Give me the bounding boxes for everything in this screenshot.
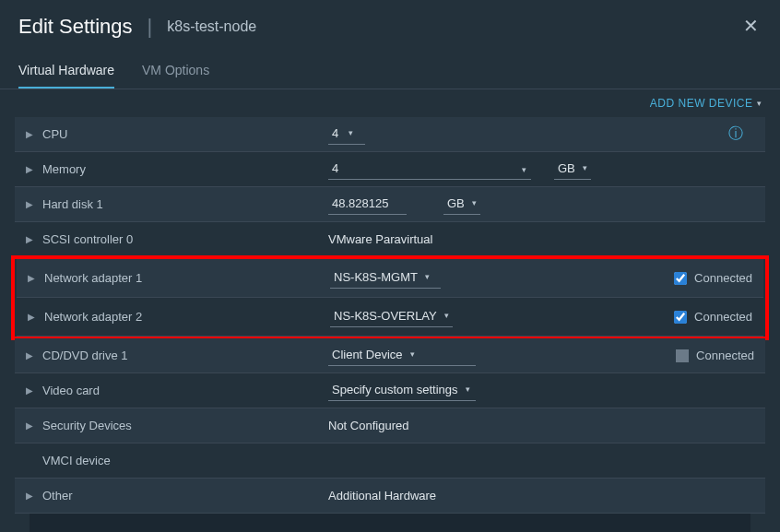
expand-icon[interactable]: ▶ — [26, 164, 42, 174]
highlighted-network-adapters: ▶ Network adapter 1 NS-K8S-MGMT ▾ Connec… — [11, 255, 769, 340]
chevron-down-icon: ▾ — [349, 128, 353, 137]
row-hard-disk: ▶ Hard disk 1 GB ▾ — [15, 187, 765, 222]
cpu-label: CPU — [42, 127, 328, 141]
net1-network-select[interactable]: NS-K8S-MGMT ▾ — [330, 268, 441, 289]
net2-network-value: NS-K8S-OVERLAY — [334, 309, 437, 323]
net2-label: Network adapter 2 — [44, 310, 330, 324]
expand-icon[interactable]: ▶ — [26, 350, 42, 361]
cddvd-label: CD/DVD drive 1 — [42, 349, 328, 362]
row-other: ▶ Other Additional Hardware — [15, 479, 765, 514]
chevron-down-icon: ▾ — [444, 311, 449, 320]
chevron-down-icon: ▾ — [466, 384, 470, 394]
net1-connected-checkbox[interactable] — [674, 272, 687, 285]
net2-connected-label: Connected — [694, 310, 752, 324]
cddvd-connected-label: Connected — [696, 349, 754, 362]
cddvd-device-select[interactable]: Client Device ▾ — [328, 346, 476, 366]
tab-vm-options[interactable]: VM Options — [142, 53, 209, 89]
memory-value-input[interactable] — [328, 160, 531, 180]
expand-icon[interactable]: ▶ — [28, 273, 44, 283]
expand-icon[interactable]: ▶ — [26, 420, 42, 431]
add-device-label: ADD NEW DEVICE — [650, 97, 753, 110]
tabs-bar: Virtual Hardware VM Options — [0, 53, 780, 89]
chevron-down-icon: ▾ — [472, 198, 477, 207]
close-icon[interactable]: ✕ — [739, 15, 762, 37]
dialog-header: Edit Settings | k8s-test-node ✕ — [0, 0, 780, 53]
bottom-bar — [30, 514, 750, 532]
row-network-adapter-2: ▶ Network adapter 2 NS-K8S-OVERLAY ▾ Con… — [17, 298, 763, 337]
cddvd-device-value: Client Device — [332, 348, 403, 361]
cddvd-connected-checkbox — [676, 349, 689, 362]
vmci-label: VMCI device — [26, 454, 312, 467]
row-video-card: ▶ Video card Specify custom settings ▾ — [15, 373, 765, 408]
tab-virtual-hardware[interactable]: Virtual Hardware — [18, 53, 114, 89]
title-divider: | — [148, 15, 153, 39]
expand-icon[interactable]: ▶ — [28, 312, 44, 322]
scsi-value: VMware Paravirtual — [328, 232, 432, 246]
row-cpu: ▶ CPU 4 ▾ ⓘ — [15, 117, 765, 152]
expand-icon[interactable]: ▶ — [26, 385, 42, 396]
row-security-devices: ▶ Security Devices Not Configured — [15, 408, 765, 443]
chevron-down-icon[interactable]: ▾ — [522, 165, 526, 174]
cpu-count-select[interactable]: 4 ▾ — [328, 124, 365, 145]
hard-disk-label: Hard disk 1 — [42, 197, 328, 211]
net1-connected-label: Connected — [694, 271, 752, 285]
chevron-down-icon: ▾ — [425, 272, 430, 281]
vm-name: k8s-test-node — [167, 18, 256, 35]
chevron-down-icon: ▾ — [410, 349, 415, 359]
expand-icon[interactable]: ▶ — [26, 491, 42, 501]
hard-disk-unit-select[interactable]: GB ▾ — [443, 195, 480, 215]
expand-icon[interactable]: ▶ — [26, 234, 42, 244]
net1-network-value: NS-K8S-MGMT — [334, 270, 418, 284]
net2-connected-checkbox[interactable] — [674, 311, 687, 324]
expand-icon[interactable]: ▶ — [26, 129, 42, 139]
security-label: Security Devices — [42, 419, 328, 432]
memory-label: Memory — [42, 162, 328, 176]
hard-disk-unit-value: GB — [447, 196, 465, 210]
scsi-label: SCSI controller 0 — [42, 232, 328, 246]
expand-icon[interactable]: ▶ — [26, 199, 42, 209]
memory-unit-select[interactable]: GB ▾ — [554, 160, 591, 180]
row-cd-dvd: ▶ CD/DVD drive 1 Client Device ▾ Connect… — [15, 338, 765, 373]
net1-label: Network adapter 1 — [44, 271, 330, 285]
dialog-title: Edit Settings — [18, 15, 133, 39]
row-scsi: ▶ SCSI controller 0 VMware Paravirtual — [15, 222, 765, 257]
cpu-count-value: 4 — [332, 126, 341, 140]
chevron-down-icon: ▾ — [583, 163, 587, 172]
other-label: Other — [42, 489, 328, 502]
video-label: Video card — [42, 384, 328, 397]
other-value: Additional Hardware — [328, 489, 436, 502]
video-settings-value: Specify custom settings — [332, 383, 458, 396]
security-value: Not Configured — [328, 419, 408, 432]
memory-unit-value: GB — [558, 161, 575, 175]
video-settings-select[interactable]: Specify custom settings ▾ — [328, 381, 476, 401]
add-new-device-button[interactable]: ADD NEW DEVICE ▾ — [650, 97, 762, 110]
hard-disk-size-input[interactable] — [328, 195, 407, 215]
chevron-down-icon: ▾ — [757, 99, 762, 108]
net2-network-select[interactable]: NS-K8S-OVERLAY ▾ — [330, 307, 453, 327]
row-network-adapter-1: ▶ Network adapter 1 NS-K8S-MGMT ▾ Connec… — [17, 259, 763, 298]
row-vmci-device: VMCI device — [15, 443, 765, 479]
actions-bar: ADD NEW DEVICE ▾ — [0, 89, 780, 117]
row-memory: ▶ Memory ▾ GB ▾ — [15, 152, 765, 187]
hardware-rows: ▶ CPU 4 ▾ ⓘ ▶ Memory ▾ GB ▾ ▶ Hard disk … — [0, 117, 780, 532]
info-icon[interactable]: ⓘ — [728, 124, 743, 144]
